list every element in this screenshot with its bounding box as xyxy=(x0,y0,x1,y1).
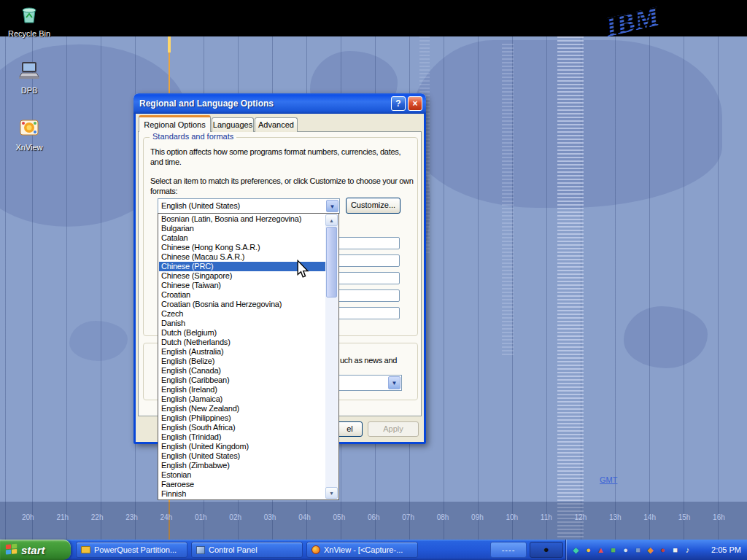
language-option[interactable]: Dutch (Netherlands) xyxy=(159,338,325,347)
language-option[interactable]: English (Ireland) xyxy=(159,385,325,394)
dialog-title: Regional and Language Options xyxy=(139,98,389,109)
taskbar-app-icon[interactable]: ● xyxy=(530,542,563,558)
tray-icon-2[interactable]: ● xyxy=(583,545,594,556)
cancel-button[interactable]: el xyxy=(337,421,363,437)
tray-icon-4[interactable]: ■ xyxy=(608,545,619,556)
start-button[interactable]: start xyxy=(0,540,71,560)
timeline-hour-label: 09h xyxy=(471,513,484,540)
language-option[interactable]: Croatian xyxy=(159,290,325,300)
tray-icon-9[interactable]: ■ xyxy=(670,545,681,556)
language-option[interactable]: English (Jamaica) xyxy=(159,394,325,404)
control-panel-icon xyxy=(196,546,205,554)
timeline-hour-label: 07h xyxy=(402,513,414,540)
timeline-hour-label: 06h xyxy=(368,513,380,540)
timeline-hour-label: 23h xyxy=(125,513,138,540)
desktop-icon-label: XnView xyxy=(6,143,53,152)
timeline-hour-label: 12h xyxy=(575,513,587,540)
tray-icon-6[interactable]: ■ xyxy=(632,545,643,556)
language-option[interactable]: English (Australia) xyxy=(159,347,325,357)
language-option[interactable]: Croatian (Bosnia and Herzegovina) xyxy=(159,300,325,309)
tray-icon-1[interactable]: ◆ xyxy=(570,545,581,556)
timeline-hour-label: 01h xyxy=(195,513,207,540)
tray-icon-8[interactable]: ● xyxy=(657,545,668,556)
chevron-down-icon[interactable]: ▼ xyxy=(326,200,338,212)
dialog-titlebar[interactable]: Regional and Language Options ? × xyxy=(133,93,426,114)
language-option[interactable]: English (Philippines) xyxy=(159,413,325,423)
taskbar-task[interactable]: XnView - [<Capture-... xyxy=(306,542,418,558)
timezone-hour-scale: 20h21h22h23h24h01h02h03h04h05h06h07h08h0… xyxy=(0,502,747,540)
tray-icon-5[interactable]: ● xyxy=(620,545,631,556)
desktop-icon-label: DPB xyxy=(6,86,53,95)
language-option[interactable]: Czech xyxy=(159,309,325,319)
language-dropdown-list: Bosnian (Latin, Bosnia and Herzegovina)B… xyxy=(158,213,339,500)
language-options: Bosnian (Latin, Bosnia and Herzegovina)B… xyxy=(159,214,325,499)
recycle-bin-icon xyxy=(18,15,40,27)
taskbar-task[interactable]: Control Panel xyxy=(191,542,303,558)
language-option[interactable]: English (Zimbabwe) xyxy=(159,461,325,470)
language-option[interactable]: English (Trinidad) xyxy=(159,432,325,442)
taskbar-task[interactable]: PowerQuest Partition... xyxy=(76,542,187,558)
gmt-label: GMT xyxy=(600,475,617,484)
tray-icon-3[interactable]: ▲ xyxy=(595,545,606,556)
taskbar-clock[interactable]: 2:05 PM xyxy=(708,545,741,554)
location-text-fragment: uch as news and xyxy=(340,355,413,365)
scroll-up-icon[interactable]: ▲ xyxy=(325,214,338,226)
language-option[interactable]: Bosnian (Latin, Bosnia and Herzegovina) xyxy=(159,214,325,224)
timeline-hour-label: 14h xyxy=(643,513,656,540)
start-button-label: start xyxy=(21,544,45,556)
language-option[interactable]: English (Caribbean) xyxy=(159,376,325,385)
taskbar-toolbar[interactable]: ---- xyxy=(490,542,527,558)
language-option[interactable]: Chinese (Taiwan) xyxy=(159,281,325,290)
image-viewer-icon xyxy=(311,545,320,554)
language-option[interactable]: Catalan xyxy=(159,233,325,243)
language-option[interactable]: Finnish xyxy=(159,489,325,499)
language-option[interactable]: Estonian xyxy=(159,470,325,480)
scrollbar-thumb[interactable] xyxy=(326,227,337,298)
language-option[interactable]: Faeroese xyxy=(159,480,325,489)
timeline-hour-label: 03h xyxy=(264,513,276,540)
tray-icons: ◆●▲■●■◆●■♪ xyxy=(570,545,708,556)
help-button[interactable]: ? xyxy=(391,96,406,111)
timeline-hour-label: 04h xyxy=(298,513,311,540)
desktop-icon-recycle-bin[interactable]: Recycle Bin xyxy=(6,3,53,38)
language-option[interactable]: Danish xyxy=(159,319,325,328)
standards-instruction: Select an item to match its preferences,… xyxy=(150,176,414,196)
format-combobox-value: English (United States) xyxy=(161,201,240,210)
close-button[interactable]: × xyxy=(408,96,422,111)
format-combobox[interactable]: English (United States) ▼ xyxy=(158,198,340,214)
language-option[interactable]: English (New Zealand) xyxy=(159,404,325,413)
desktop-icon-xnview[interactable]: XnView xyxy=(6,117,53,152)
windows-flag-icon xyxy=(5,542,18,557)
customize-button[interactable]: Customize... xyxy=(346,198,400,214)
timeline-hour-label: 21h xyxy=(56,513,69,540)
tab-regional-options[interactable]: Regional Options xyxy=(139,115,211,132)
scroll-down-icon[interactable]: ▼ xyxy=(325,487,338,499)
taskbar: start PowerQuest Partition... Control Pa… xyxy=(0,540,747,560)
language-option[interactable]: Chinese (Hong Kong S.A.R.) xyxy=(159,243,325,252)
tab-advanced[interactable]: Advanced xyxy=(255,117,298,132)
language-option[interactable]: Dutch (Belgium) xyxy=(159,328,325,338)
timezone-hatch-band xyxy=(502,44,514,357)
language-option[interactable]: English (Belize) xyxy=(159,357,325,366)
standards-description: This option affects how some programs fo… xyxy=(150,147,410,167)
language-option[interactable]: English (South Africa) xyxy=(159,423,325,432)
timeline-hour-label: 16h xyxy=(713,513,725,540)
language-option[interactable]: English (United States) xyxy=(159,451,325,461)
desktop-icon-dpb[interactable]: DPB xyxy=(6,60,53,95)
apply-button: Apply xyxy=(368,421,419,437)
timeline-hour-label: 10h xyxy=(506,513,518,540)
language-option[interactable]: Bulgarian xyxy=(159,224,325,233)
tab-languages[interactable]: Languages xyxy=(212,117,254,132)
chevron-down-icon[interactable]: ▼ xyxy=(388,376,400,389)
tray-icon-7[interactable]: ◆ xyxy=(645,545,656,556)
timeline-hour-label: 02h xyxy=(229,513,241,540)
desktop-icon-label: Recycle Bin xyxy=(6,29,53,38)
scrollbar[interactable]: ▲ ▼ xyxy=(325,214,338,499)
timeline-hour-label: 05h xyxy=(333,513,346,540)
tray-icon-10[interactable]: ♪ xyxy=(682,545,693,556)
folder-icon xyxy=(81,546,90,553)
timeline-hour-label: 08h xyxy=(437,513,449,540)
language-option[interactable]: English (Canada) xyxy=(159,366,325,376)
language-option[interactable]: English (United Kingdom) xyxy=(159,442,325,451)
timeline-hour-label: 11h xyxy=(541,513,552,540)
